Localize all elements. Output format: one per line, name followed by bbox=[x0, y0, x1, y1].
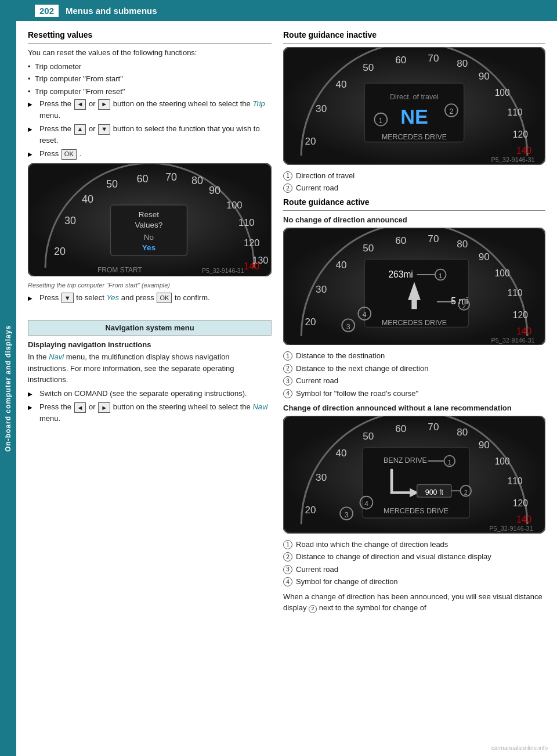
svg-text:110: 110 bbox=[508, 288, 523, 298]
svg-text:50: 50 bbox=[363, 62, 374, 73]
svg-text:No: No bbox=[144, 233, 154, 242]
sidebar-label: On-board computer and displays bbox=[4, 325, 12, 452]
svg-text:60: 60 bbox=[395, 54, 406, 66]
sidebar-tab: On-board computer and displays bbox=[0, 21, 16, 756]
navi-code-step: Navi bbox=[252, 402, 267, 411]
svg-text:P5_32-9146-31: P5_32-9146-31 bbox=[202, 267, 244, 274]
svg-text:120: 120 bbox=[513, 498, 528, 508]
svg-text:50: 50 bbox=[363, 242, 374, 253]
bullet-from-start: Trip computer "From start" bbox=[28, 73, 272, 85]
svg-text:80: 80 bbox=[457, 427, 468, 438]
confirm-step: Press ▼ to select Yes and press OK to co… bbox=[28, 292, 272, 304]
svg-text:20: 20 bbox=[305, 135, 316, 147]
route-active-title: Route guidance active bbox=[283, 197, 545, 207]
svg-text:1: 1 bbox=[448, 459, 451, 466]
change-dir-item-2: 2 Distance to change of direction and vi… bbox=[283, 551, 545, 563]
svg-text:70: 70 bbox=[165, 171, 177, 183]
svg-text:4: 4 bbox=[363, 311, 367, 319]
dash-image-route-inactive: 20 30 40 50 60 70 80 90 100 110 120 140 … bbox=[283, 47, 545, 167]
svg-text:30: 30 bbox=[64, 215, 76, 226]
change-dir-note: When a change of direction has been anno… bbox=[283, 591, 545, 614]
svg-text:70: 70 bbox=[428, 52, 439, 64]
svg-text:Values?: Values? bbox=[135, 221, 163, 229]
no-change-list: 1 Distance to the destination 2 Distance… bbox=[283, 350, 545, 399]
bullet-trip-odometer: Trip odometer bbox=[28, 61, 272, 73]
svg-text:P5_32-9146-31: P5_32-9146-31 bbox=[491, 156, 534, 163]
route-inactive-list: 1 Direction of travel 2 Current road bbox=[283, 170, 545, 194]
nav-system-menu-box: Navigation system menu bbox=[28, 320, 272, 336]
svg-text:50: 50 bbox=[363, 430, 374, 442]
btn-left-nav[interactable]: ◄ bbox=[74, 402, 86, 413]
svg-text:140: 140 bbox=[516, 514, 531, 524]
no-change-title: No change of direction announced bbox=[283, 215, 545, 224]
svg-text:BENZ DRIVE: BENZ DRIVE bbox=[384, 456, 427, 465]
svg-text:20: 20 bbox=[54, 245, 66, 257]
change-dir-item-1: 1 Road into which the change of directio… bbox=[283, 539, 545, 550]
nav-intro: In the Navi menu, the multifunction disp… bbox=[28, 351, 272, 386]
btn-right-1[interactable]: ► bbox=[98, 99, 110, 110]
nav-step-1: Switch on COMAND (see the separate opera… bbox=[28, 388, 272, 399]
step-3: Press OK . bbox=[28, 148, 272, 160]
svg-text:2: 2 bbox=[449, 107, 453, 116]
svg-text:30: 30 bbox=[316, 103, 327, 114]
svg-text:100: 100 bbox=[495, 268, 510, 278]
svg-text:20: 20 bbox=[305, 505, 316, 516]
svg-text:2: 2 bbox=[462, 302, 466, 309]
dash-image-no-change: 20 30 40 50 60 70 80 90 100 110 120 140 … bbox=[283, 228, 545, 347]
btn-down-confirm[interactable]: ▼ bbox=[62, 293, 74, 303]
change-dir-list: 1 Road into which the change of directio… bbox=[283, 539, 545, 588]
left-column: Resetting values You can reset the value… bbox=[28, 30, 272, 616]
btn-ok-1[interactable]: OK bbox=[62, 149, 77, 160]
step-2: Press the ▲ or ▼ button to select the fu… bbox=[28, 123, 272, 146]
dash-image-change-dir: 20 30 40 50 60 70 80 90 100 110 120 140 … bbox=[283, 416, 545, 535]
no-change-item-2: 2 Distance to the next change of directi… bbox=[283, 363, 545, 375]
svg-text:120: 120 bbox=[244, 237, 260, 247]
svg-text:3: 3 bbox=[345, 511, 349, 519]
svg-text:40: 40 bbox=[335, 78, 346, 90]
svg-text:Reset: Reset bbox=[139, 210, 160, 219]
btn-right-nav[interactable]: ► bbox=[98, 402, 110, 413]
svg-text:20: 20 bbox=[305, 316, 316, 327]
bullet-from-reset: Trip computer "From reset" bbox=[28, 86, 272, 98]
nav-step-2: Press the ◄ or ► button on the steering … bbox=[28, 401, 272, 424]
intro-text: You can reset the values of the followin… bbox=[28, 47, 272, 59]
page-number: 202 bbox=[35, 5, 59, 17]
svg-text:1: 1 bbox=[439, 272, 442, 279]
main-content: Resetting values You can reset the value… bbox=[16, 21, 557, 625]
svg-text:90: 90 bbox=[479, 70, 490, 82]
svg-text:Direct. of travel: Direct. of travel bbox=[390, 93, 439, 101]
svg-text:100: 100 bbox=[226, 200, 243, 210]
svg-text:90: 90 bbox=[209, 184, 220, 196]
no-change-item-1: 1 Distance to the destination bbox=[283, 350, 545, 362]
svg-text:50: 50 bbox=[106, 178, 118, 190]
svg-text:MERCEDES DRIVE: MERCEDES DRIVE bbox=[382, 319, 447, 327]
svg-text:60: 60 bbox=[137, 173, 149, 185]
svg-text:110: 110 bbox=[508, 477, 523, 487]
btn-ok-confirm[interactable]: OK bbox=[157, 293, 172, 303]
change-dir-title: Change of direction announced without a … bbox=[283, 404, 545, 412]
svg-text:263mi: 263mi bbox=[388, 269, 413, 279]
svg-text:90: 90 bbox=[479, 439, 490, 451]
no-change-item-3: 3 Current road bbox=[283, 375, 545, 387]
svg-text:30: 30 bbox=[316, 283, 327, 295]
trip-code: Trip bbox=[252, 99, 265, 108]
svg-text:900 ft: 900 ft bbox=[425, 488, 444, 496]
svg-text:100: 100 bbox=[495, 88, 510, 98]
svg-text:60: 60 bbox=[395, 235, 406, 246]
svg-text:40: 40 bbox=[82, 193, 93, 204]
btn-up-1[interactable]: ▲ bbox=[74, 124, 86, 135]
resetting-values-title: Resetting values bbox=[28, 30, 272, 39]
svg-text:P5_32-9146-31: P5_32-9146-31 bbox=[491, 337, 534, 344]
nav-instructions-title: Displaying navigation instructions bbox=[28, 340, 272, 349]
svg-text:4: 4 bbox=[364, 500, 368, 508]
btn-left-1[interactable]: ◄ bbox=[74, 99, 86, 110]
change-dir-item-3: 3 Current road bbox=[283, 564, 545, 575]
svg-text:80: 80 bbox=[191, 175, 203, 186]
svg-text:2: 2 bbox=[464, 489, 468, 496]
btn-down-1[interactable]: ▼ bbox=[98, 124, 110, 135]
step1-text-before: Press the bbox=[39, 99, 74, 108]
svg-text:80: 80 bbox=[457, 238, 468, 250]
step-1: Press the ◄ or ► button on the steering … bbox=[28, 98, 272, 121]
svg-text:40: 40 bbox=[335, 259, 346, 271]
svg-text:90: 90 bbox=[479, 251, 490, 262]
